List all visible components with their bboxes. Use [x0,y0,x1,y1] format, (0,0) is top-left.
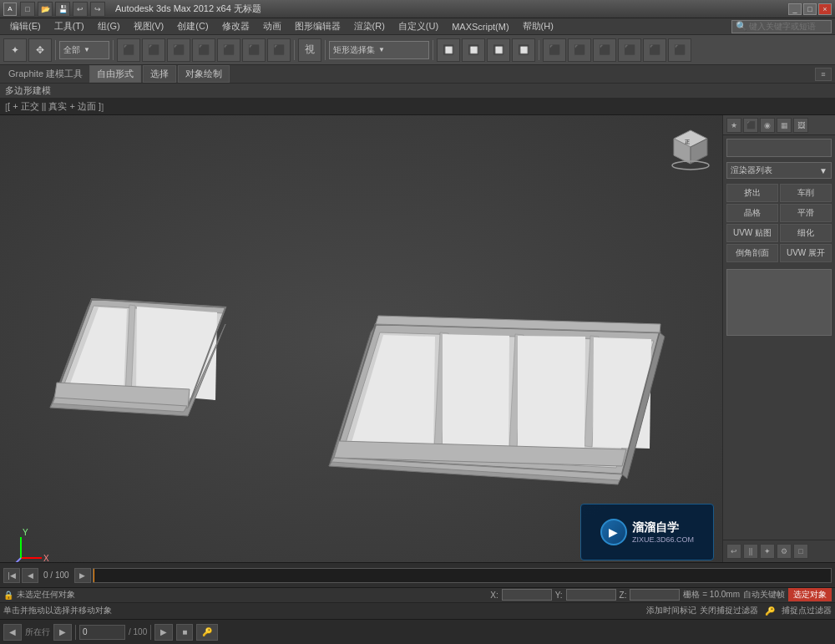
rp-btn-extrude[interactable]: 挤出 [726,184,778,202]
timeline-track[interactable] [93,568,832,583]
rp-icon-display[interactable]: ▦ [777,118,792,133]
toolbar-select[interactable]: ✦ [3,38,27,62]
search-box[interactable]: 🔍 [731,20,832,33]
toolbar-filter-dropdown[interactable]: 全部 ▼ [59,41,109,59]
graphite-tab-freeform[interactable]: 自由形式 [89,65,141,83]
main-content: X Y Z 正 [0,115,835,562]
x-input[interactable] [502,589,552,601]
selection-dropdown[interactable]: 矩形选择集 ▼ [329,41,429,59]
auto-key-button[interactable]: 选定对象 [788,588,832,601]
toolbar-extra1[interactable]: ⬛ [543,38,566,62]
menu-maxscript[interactable]: MAXScript(M) [445,20,515,33]
qa-new[interactable]: □ [20,2,35,17]
rp-btn-uvw-map[interactable]: UVW 贴图 [726,224,778,242]
menu-help[interactable]: 帮助(H) [516,18,560,34]
rp-btn-lathe[interactable]: 车削 [780,184,832,202]
poly-label-bar: 多边形建模 [0,84,835,99]
rp-footer-star2[interactable]: ✦ [760,544,775,559]
toolbar-btn6[interactable]: ⬛ [242,38,266,62]
graphite-tab-select[interactable]: 选择 [143,65,176,83]
app-icon: A [3,3,17,16]
qa-undo[interactable]: ↩ [73,2,88,17]
bb-stop-btn[interactable]: ■ [176,624,193,641]
rp-btn-tessellate[interactable]: 细化 [780,224,832,242]
right-panel: ★ ⬛ ◉ ▦ 🖼 渲染器列表 ▼ 挤出 车削 晶格 平滑 UVW 贴图 细化 … [722,115,835,562]
y-input[interactable] [566,589,616,601]
nav-cube[interactable]: 正 [665,122,716,172]
search-icon: 🔍 [736,21,747,32]
rp-footer-gear[interactable]: ⚙ [777,544,792,559]
toolbar-extra6[interactable]: ⬛ [668,38,691,62]
watermark-text: 溜溜自学 ZIXUE.3D66.COM [632,520,694,544]
toolbar-extra4[interactable]: ⬛ [618,38,641,62]
menu-modifier[interactable]: 修改器 [215,18,256,34]
status-lock-icon: 🔒 [3,591,13,600]
toolbar-extra3[interactable]: ⬛ [593,38,616,62]
menu-group[interactable]: 组(G) [91,18,127,34]
bb-arrow-right[interactable]: ▶ [53,624,72,641]
toolbar-extra5[interactable]: ⬛ [643,38,666,62]
toolbar-move[interactable]: ✥ [28,38,52,62]
toolbar-btn2[interactable]: ⬛ [142,38,165,62]
timeline-prev-btn[interactable]: ◀ [22,568,38,583]
rp-dropdown-label: 渲染器列表 [731,165,772,176]
graphite-tab-obj-paint[interactable]: 对象绘制 [178,65,230,83]
rp-btn-lattice[interactable]: 晶格 [726,204,778,222]
minimize-button[interactable]: _ [788,3,802,15]
rp-icon-black[interactable]: ⬛ [743,118,758,133]
rp-icon-circle[interactable]: ◉ [760,118,775,133]
bb-key-btn[interactable]: 🔑 [196,624,218,641]
rp-btn-bevel-profile[interactable]: 倒角剖面 [726,244,778,262]
toolbar-btn7[interactable]: ⬛ [267,38,291,62]
rp-icon-star[interactable]: ★ [726,118,741,133]
rp-btn-smooth[interactable]: 平滑 [780,204,832,222]
toolbar-snap3[interactable]: 🔲 [487,38,510,62]
maximize-button[interactable]: □ [803,3,817,15]
menu-view[interactable]: 视图(V) [127,18,171,34]
search-input[interactable] [749,22,824,31]
toolbar-snap[interactable]: 🔲 [437,38,460,62]
qa-open[interactable]: 📂 [38,2,53,17]
rp-icon-render[interactable]: 🖼 [793,118,808,133]
bb-arrow-left[interactable]: ◀ [3,624,22,641]
toolbar-btn1[interactable]: ⬛ [117,38,140,62]
rp-btn-uvw-unwrap[interactable]: UVW 展开 [780,244,832,262]
toolbar-snap2[interactable]: 🔲 [462,38,485,62]
status-message: 未选定任何对象 [17,589,487,601]
watermark: ▶ 溜溜自学 ZIXUE.3D66.COM [580,504,714,560]
menu-render[interactable]: 渲染(R) [347,18,392,34]
rp-footer-back[interactable]: ↩ [726,544,741,559]
qa-redo[interactable]: ↪ [90,2,105,17]
viewport-3d[interactable]: X Y Z 正 [0,115,722,562]
selection-dropdown-arrow: ▼ [378,46,385,53]
toolbar-view-btn[interactable]: 視 [298,38,321,62]
bb-play-btn[interactable]: ▶ [154,624,173,641]
toolbar-btn4[interactable]: ⬛ [192,38,215,62]
menu-animation[interactable]: 动画 [256,18,288,34]
bb-frame-input[interactable] [79,625,125,640]
rp-search-input[interactable] [731,144,827,153]
toolbar-snap4[interactable]: 🔲 [512,38,535,62]
graphite-pin[interactable]: ≡ [815,68,832,81]
rp-footer-pause[interactable]: || [743,544,758,559]
rp-search-box[interactable] [726,139,832,157]
toolbar-btn3[interactable]: ⬛ [167,38,190,62]
z-input[interactable] [630,589,680,601]
hint-text: 单击并拖动以选择并移动对象 [3,605,643,616]
timeline-next-btn[interactable]: ▶ [74,568,91,583]
svg-marker-17 [518,336,585,449]
menu-graph-editor[interactable]: 图形编辑器 [288,18,347,34]
close-button[interactable]: × [818,3,832,15]
toolbar-extra2[interactable]: ⬛ [568,38,591,62]
bb-items-label: 所在行 [25,626,50,638]
rp-footer-square[interactable]: □ [793,544,808,559]
menu-tools[interactable]: 工具(T) [48,18,91,34]
rp-dropdown-arrow: ▼ [819,166,827,175]
menu-edit[interactable]: 编辑(E) [3,18,48,34]
timeline-start-btn[interactable]: |◀ [3,568,20,583]
menu-create[interactable]: 创建(C) [170,18,215,34]
qa-save[interactable]: 💾 [55,2,70,17]
rp-renderer-dropdown[interactable]: 渲染器列表 ▼ [726,162,832,179]
toolbar-btn5[interactable]: ⬛ [217,38,240,62]
menu-customize[interactable]: 自定义(U) [392,18,445,34]
